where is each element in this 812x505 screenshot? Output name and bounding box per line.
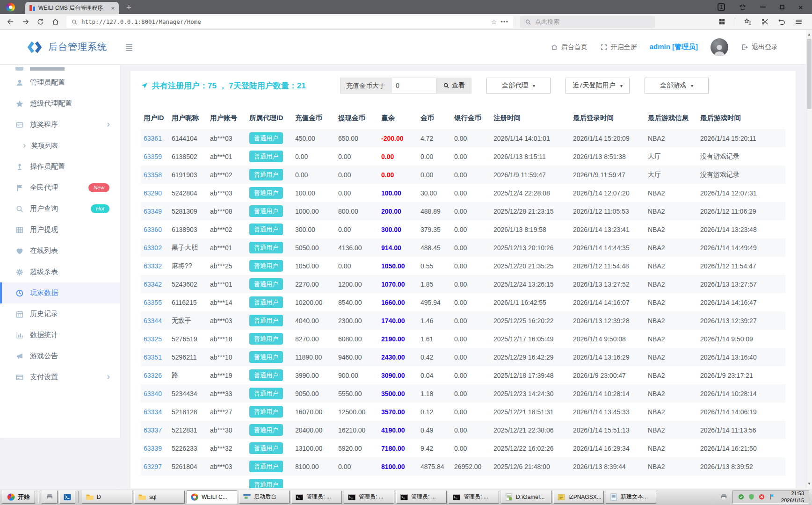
- sidebar-toggle-icon[interactable]: [124, 43, 134, 52]
- user-id-link[interactable]: 63290: [144, 189, 162, 197]
- user-role-badge[interactable]: 普通用户: [249, 369, 283, 381]
- more-options-icon[interactable]: •••: [500, 18, 508, 25]
- taskbar-task[interactable]: WEILI C...: [187, 491, 237, 504]
- taskbar-task[interactable]: 管理员: ...: [396, 491, 447, 504]
- user-role-badge[interactable]: 普通用户: [249, 479, 283, 488]
- undo-icon[interactable]: [778, 18, 786, 26]
- sidebar-item[interactable]: 超级代理配置: [0, 93, 120, 114]
- shield-icon[interactable]: [748, 493, 755, 500]
- favorites-icon[interactable]: [744, 18, 752, 26]
- user-id-link[interactable]: 63361: [144, 135, 162, 142]
- user-id-link[interactable]: 63340: [144, 390, 162, 397]
- user-id-link[interactable]: 63355: [144, 299, 162, 306]
- nav-backend-home[interactable]: 后台首页: [551, 43, 587, 51]
- tab-count-badge[interactable]: 1: [718, 3, 725, 11]
- browser-search-box[interactable]: [520, 16, 655, 28]
- apps-grid-icon[interactable]: [718, 18, 726, 26]
- forward-icon[interactable]: [22, 18, 29, 26]
- user-id-link[interactable]: 63302: [144, 244, 162, 252]
- back-icon[interactable]: [7, 18, 14, 26]
- app-logo[interactable]: 后台管理系统: [26, 40, 119, 54]
- new-tab-button[interactable]: +: [126, 3, 131, 12]
- user-role-badge[interactable]: 普通用户: [249, 424, 283, 436]
- powershell-button[interactable]: [59, 491, 75, 504]
- taskbar-task[interactable]: sql: [134, 491, 185, 504]
- login-period-dropdown[interactable]: 近7天登陆用户▾: [566, 78, 630, 94]
- sidebar-item[interactable]: 超级杀表: [0, 261, 120, 282]
- game-dropdown[interactable]: 全部游戏▾: [645, 78, 709, 94]
- taskbar-task[interactable]: D:\GameI...: [501, 491, 551, 504]
- user-id-link[interactable]: 63297: [144, 463, 162, 470]
- url-text[interactable]: http://127.0.0.1:8001/Manager/Home: [81, 18, 487, 25]
- sidebar-item[interactable]: 用户查询Hot: [0, 198, 120, 219]
- taskbar-task[interactable]: IZPNAGSX...: [553, 491, 604, 504]
- tab-close-icon[interactable]: ×: [111, 5, 115, 12]
- sidebar-item[interactable]: 奖项列表: [0, 135, 120, 156]
- user-role-badge[interactable]: 普通用户: [249, 442, 283, 454]
- sidebar-item[interactable]: 在线列表: [0, 240, 120, 261]
- antivirus-check-icon[interactable]: [738, 493, 745, 500]
- sidebar-item[interactable]: 历史记录: [0, 303, 120, 325]
- user-role-badge[interactable]: 普通用户: [249, 296, 283, 308]
- user-role-badge[interactable]: 普通用户: [249, 151, 283, 162]
- user-role-badge[interactable]: 普通用户: [249, 406, 283, 418]
- user-id-link[interactable]: 63339: [144, 445, 162, 452]
- taskbar-task[interactable]: 新建文本...: [606, 491, 656, 504]
- alert-icon[interactable]: [758, 493, 765, 500]
- url-bar[interactable]: http://127.0.0.1:8001/Manager/Home ☆ •••: [66, 16, 513, 28]
- sidebar-item[interactable]: 用户提现: [0, 219, 120, 240]
- home-icon[interactable]: [51, 18, 59, 26]
- minimize-button[interactable]: [760, 7, 766, 7]
- sidebar-item[interactable]: 数据统计: [0, 325, 120, 346]
- browser-logo-icon[interactable]: [6, 3, 15, 12]
- scissors-icon[interactable]: [761, 18, 769, 26]
- user-role-badge[interactable]: 普通用户: [249, 260, 283, 272]
- user-id-link[interactable]: 63360: [144, 226, 162, 233]
- user-role-badge[interactable]: 普通用户: [249, 242, 283, 253]
- user-role-badge[interactable]: 普通用户: [249, 132, 283, 144]
- user-id-link[interactable]: 63334: [144, 408, 162, 416]
- user-role-badge[interactable]: 普通用户: [249, 205, 283, 217]
- user-role-badge[interactable]: 普通用户: [249, 351, 283, 363]
- agent-dropdown[interactable]: 全部代理▾: [486, 78, 551, 94]
- sidebar-item[interactable]: 玩家数据: [0, 282, 120, 303]
- user-id-link[interactable]: 63349: [144, 208, 162, 215]
- close-button[interactable]: ×: [798, 3, 803, 11]
- user-id-link[interactable]: 63351: [144, 354, 162, 361]
- avatar[interactable]: [710, 38, 728, 56]
- page-scrollbar[interactable]: ▲ ▼: [806, 30, 812, 488]
- scroll-down-icon[interactable]: ▼: [806, 482, 812, 486]
- user-role-badge[interactable]: 普通用户: [249, 278, 283, 290]
- user-id-link[interactable]: 63358: [144, 171, 162, 179]
- menu-icon[interactable]: [795, 18, 803, 26]
- taskbar-task[interactable]: 启动后台: [239, 491, 290, 504]
- taskbar-task[interactable]: 管理员: ...: [291, 491, 342, 504]
- maximize-button[interactable]: [780, 5, 784, 9]
- sidebar-item[interactable]: 全民代理New: [0, 177, 120, 198]
- taskbar-task[interactable]: 管理员: ...: [344, 491, 394, 504]
- refresh-icon[interactable]: [36, 18, 44, 26]
- user-id-link[interactable]: 63325: [144, 335, 162, 343]
- browser-tab[interactable]: WEILI CMS 后台管理程序 ×: [25, 2, 119, 14]
- bookmark-star-icon[interactable]: ☆: [491, 18, 497, 26]
- logout-link[interactable]: 退出登录: [741, 43, 778, 51]
- sidebar-item[interactable]: 管理员配置: [0, 72, 120, 93]
- taskbar-clock[interactable]: 21:53 2026/1/15: [781, 490, 804, 504]
- sidebar-item[interactable]: 游戏公告: [0, 346, 120, 367]
- sidebar-item[interactable]: 放奖程序: [0, 114, 120, 135]
- view-button[interactable]: 查看: [436, 78, 471, 93]
- current-user-link[interactable]: admin [管理员]: [650, 43, 698, 51]
- flag-icon[interactable]: [768, 493, 776, 500]
- taskbar-task[interactable]: D: [82, 491, 132, 504]
- scroll-up-icon[interactable]: ▲: [806, 32, 812, 36]
- start-button[interactable]: 开始: [2, 491, 35, 504]
- user-id-link[interactable]: 63342: [144, 281, 162, 288]
- search-input[interactable]: [535, 18, 629, 25]
- user-role-badge[interactable]: 普通用户: [249, 461, 283, 472]
- user-id-link[interactable]: 63344: [144, 317, 162, 325]
- user-role-badge[interactable]: 普通用户: [249, 315, 283, 326]
- printer-icon[interactable]: [720, 493, 728, 501]
- user-role-badge[interactable]: 普通用户: [249, 224, 283, 235]
- user-role-badge[interactable]: 普通用户: [249, 388, 283, 399]
- sidebar-item[interactable]: 支付设置: [0, 367, 120, 388]
